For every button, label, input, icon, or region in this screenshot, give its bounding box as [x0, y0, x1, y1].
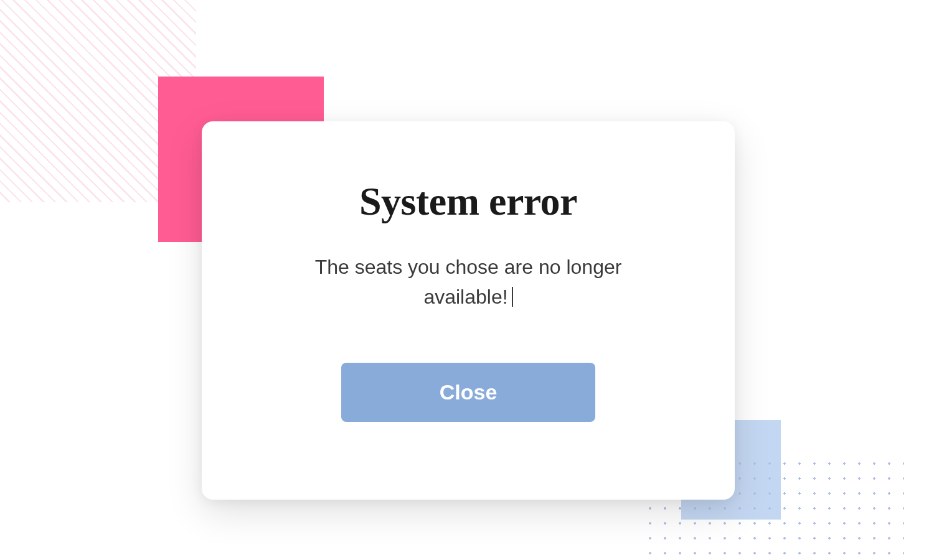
- modal-title: System error: [359, 179, 577, 225]
- error-modal: System error The seats you chose are no …: [202, 121, 735, 500]
- text-cursor-icon: [512, 287, 513, 307]
- close-button[interactable]: Close: [341, 363, 595, 422]
- modal-message: The seats you chose are no longer availa…: [306, 252, 630, 312]
- modal-message-text: The seats you chose are no longer availa…: [315, 256, 622, 308]
